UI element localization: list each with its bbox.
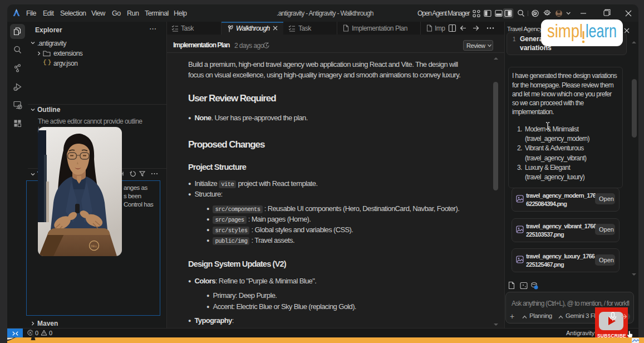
svg-text:simpl: simpl: [547, 21, 583, 41]
svg-text:learn: learn: [586, 21, 617, 41]
svg-text:DELL: DELL: [91, 245, 97, 248]
